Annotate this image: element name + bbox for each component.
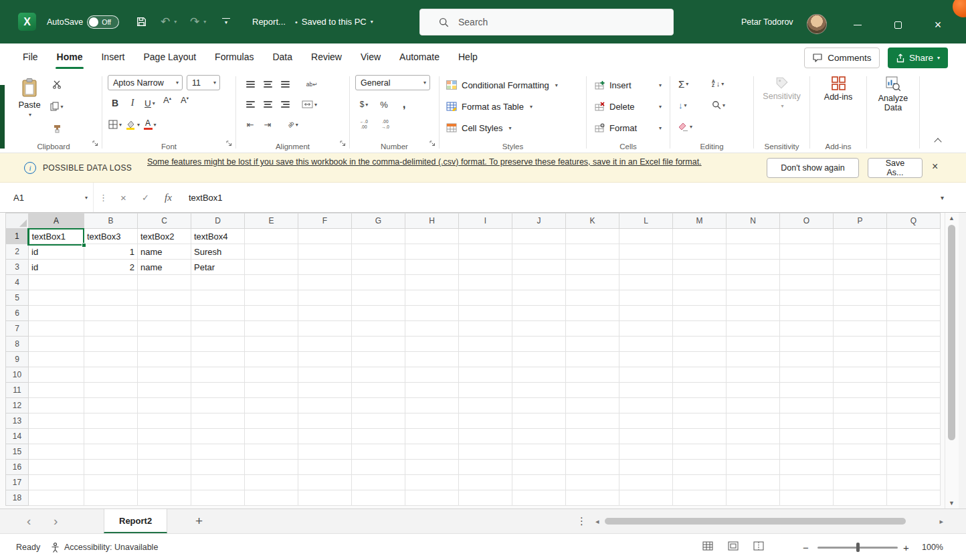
cell-C16[interactable] [138,460,191,475]
cell-Q8[interactable] [887,337,941,352]
cell-O5[interactable] [780,290,834,306]
cell-F16[interactable] [298,460,352,475]
cell-Q3[interactable] [887,260,941,275]
cell-G3[interactable] [352,260,405,275]
cell-C15[interactable] [138,444,191,460]
cell-A1[interactable]: textBox1 [29,229,84,244]
cell-C12[interactable] [138,398,191,413]
cell-I5[interactable] [459,290,512,306]
cell-A11[interactable] [29,383,84,398]
paste-button[interactable]: Paste ▾ [12,75,47,138]
vertical-scroll-thumb[interactable] [948,225,955,440]
cell-H5[interactable] [405,290,459,306]
cell-N13[interactable] [727,413,780,429]
cell-B6[interactable] [84,306,138,321]
cell-K9[interactable] [566,352,619,367]
row-header-18[interactable]: 18 [6,490,29,506]
save-button[interactable] [136,0,147,43]
cell-K6[interactable] [566,306,619,321]
cell-J6[interactable] [512,306,566,321]
col-header-Q[interactable]: Q [887,213,941,229]
cell-N4[interactable] [727,275,780,290]
tab-insert[interactable]: Insert [92,43,134,71]
font-dialog-launcher[interactable] [226,137,232,149]
cell-G16[interactable] [352,460,405,475]
cell-M1[interactable] [673,229,727,244]
increase-decimal-button[interactable]: ←.0.00 [357,116,371,132]
cell-D12[interactable] [191,398,245,413]
italic-button[interactable]: I [125,95,140,111]
cell-M9[interactable] [673,352,727,367]
cell-M15[interactable] [673,444,727,460]
minimize-button[interactable] [848,15,868,35]
cell-Q15[interactable] [887,444,941,460]
tab-automate[interactable]: Automate [390,43,449,71]
cell-L7[interactable] [619,321,673,337]
cell-C18[interactable] [138,490,191,506]
cell-A10[interactable] [29,367,84,383]
cell-H16[interactable] [405,460,459,475]
cell-F6[interactable] [298,306,352,321]
row-header-5[interactable]: 5 [6,290,29,306]
cell-P4[interactable] [834,275,887,290]
cut-button[interactable] [50,76,64,92]
cell-I13[interactable] [459,413,512,429]
cell-H6[interactable] [405,306,459,321]
conditional-formatting-button[interactable]: Conditional Formatting ▾ [446,76,558,94]
cell-N3[interactable] [727,260,780,275]
cell-O17[interactable] [780,475,834,490]
cell-P5[interactable] [834,290,887,306]
cell-B1[interactable]: textBox3 [84,229,138,244]
cell-J3[interactable] [512,260,566,275]
cell-F17[interactable] [298,475,352,490]
cell-G15[interactable] [352,444,405,460]
cell-C9[interactable] [138,352,191,367]
row-header-14[interactable]: 14 [6,429,29,444]
cell-A14[interactable] [29,429,84,444]
cell-I3[interactable] [459,260,512,275]
cell-L18[interactable] [619,490,673,506]
cell-M8[interactable] [673,337,727,352]
number-dialog-launcher[interactable] [429,137,436,149]
cell-G10[interactable] [352,367,405,383]
cell-L13[interactable] [619,413,673,429]
cell-D1[interactable]: textBox4 [191,229,245,244]
cell-A13[interactable] [29,413,84,429]
col-header-I[interactable]: I [459,213,512,229]
cell-C13[interactable] [138,413,191,429]
cell-G1[interactable] [352,229,405,244]
cell-A3[interactable]: id [29,260,84,275]
cell-E17[interactable] [245,475,298,490]
cell-C11[interactable] [138,383,191,398]
cell-A8[interactable] [29,337,84,352]
decrease-indent-button[interactable]: ⇤ [243,116,258,132]
bold-button[interactable]: B [108,95,122,111]
cell-H2[interactable] [405,244,459,260]
cell-P8[interactable] [834,337,887,352]
cell-B13[interactable] [84,413,138,429]
cell-L4[interactable] [619,275,673,290]
decrease-font-size-button[interactable]: A▾ [177,95,192,111]
col-header-M[interactable]: M [673,213,727,229]
col-header-L[interactable]: L [619,213,673,229]
cell-E13[interactable] [245,413,298,429]
add-sheet-button[interactable]: + [195,509,203,533]
cell-F9[interactable] [298,352,352,367]
cell-O4[interactable] [780,275,834,290]
notification-message-link[interactable]: Some features might be lost if you save … [147,157,757,167]
cell-A16[interactable] [29,460,84,475]
cell-D2[interactable]: Suresh [191,244,245,260]
account-name[interactable]: Petar Todorov [741,0,793,43]
cell-J15[interactable] [512,444,566,460]
cell-I8[interactable] [459,337,512,352]
accessibility-status[interactable]: Accessibility: Unavailable [51,534,158,560]
scroll-down-icon[interactable]: ▼ [945,500,958,506]
cell-F8[interactable] [298,337,352,352]
cell-I12[interactable] [459,398,512,413]
cell-F12[interactable] [298,398,352,413]
cell-H11[interactable] [405,383,459,398]
percent-style-button[interactable]: % [377,96,391,112]
cell-O11[interactable] [780,383,834,398]
cell-P13[interactable] [834,413,887,429]
cell-E5[interactable] [245,290,298,306]
